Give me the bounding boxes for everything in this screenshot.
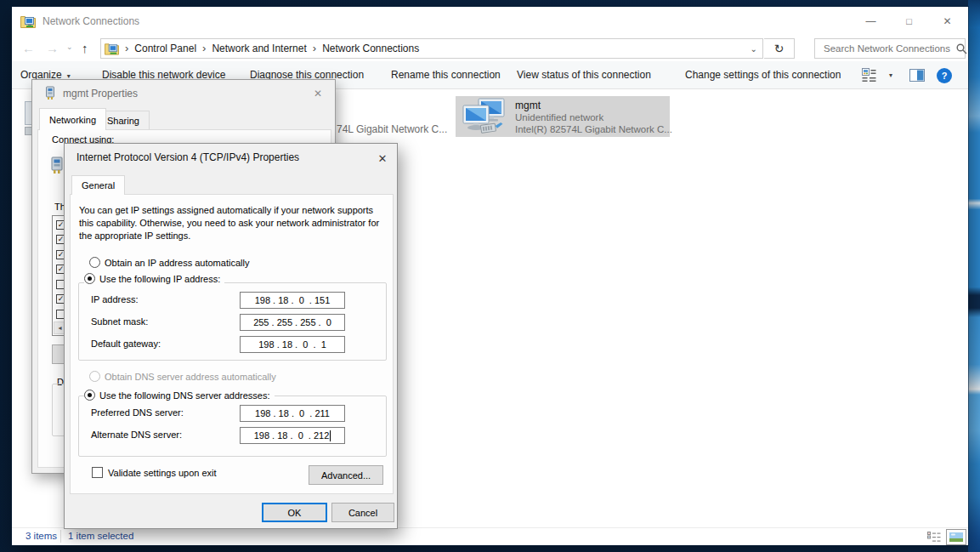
connection-item-mgmt[interactable]: mgmt Unidentified network Intel(R) 82574… [456,96,670,137]
use-ip-option[interactable]: Use the following IP address: [84,273,224,284]
ipv4-properties-dialog: Internet Protocol Version 4 (TCP/IPv4) P… [64,143,398,529]
breadcrumb-network-connections[interactable]: Network Connections [322,43,419,54]
occluded-connection-item[interactable]: 74L Gigabit Network C... [337,123,447,135]
ok-button[interactable]: OK [262,503,327,522]
network-adapter-icon [461,98,507,135]
default-gateway-label: Default gateway: [91,339,161,349]
preview-pane-icon[interactable] [909,69,925,82]
view-dropdown-icon[interactable]: ▾ [889,61,892,89]
preferred-dns-field[interactable]: 198 . 18 . 0 . 211 [240,405,345,422]
window-titlebar[interactable]: Network Connections — □ ✕ [12,7,968,36]
chevron-right-icon: › [313,39,316,58]
scroll-left-icon: ◂ [58,324,61,332]
tab-networking[interactable]: Networking [39,108,106,130]
subnet-mask-field[interactable]: 255 . 255 . 255 . 0 [240,314,345,331]
obtain-dns-label: Obtain DNS server address automatically [105,372,276,382]
navigation-bar: ← → ⌄ ↑ › Control Panel › Network and In… [12,36,968,61]
connection-status: Unidentified network [515,112,603,122]
desktop-wallpaper [968,0,980,552]
use-ip-label: Use the following IP address: [99,274,220,284]
cancel-button[interactable]: Cancel [331,503,394,522]
alternate-dns-label: Alternate DNS server: [91,430,182,440]
subnet-mask-label: Subnet mask: [91,316,148,327]
thumbnail-image [949,532,963,542]
chevron-right-icon: › [125,39,128,58]
tab-general[interactable]: General [71,175,125,195]
view-status-button[interactable]: View status of this connection [517,61,651,89]
close-icon[interactable]: ✕ [372,150,393,167]
history-chevron-icon[interactable]: ⌄ [66,43,73,51]
validate-label[interactable]: Validate settings upon exit [108,468,217,478]
connection-device: Intel(R) 82574L Gigabit Network C... [515,124,672,134]
default-gateway-field[interactable]: 198 . 18 . 0 . 1 [240,336,345,353]
address-dropdown-icon[interactable]: ⌄ [751,44,757,54]
breadcrumb-control-panel[interactable]: Control Panel [134,43,196,54]
adapter-card-icon [44,86,56,100]
search-icon[interactable] [956,43,967,54]
status-bar: 3 items 1 item selected [12,527,968,545]
large-icons-view-icon[interactable] [946,529,966,545]
chevron-right-icon: › [202,39,206,58]
search-box[interactable] [814,38,966,59]
minimize-button[interactable]: — [852,7,890,36]
window-title: Network Connections [42,15,139,27]
validate-checkbox[interactable] [92,467,103,478]
up-icon[interactable]: ↑ [82,40,88,57]
use-ip-radio[interactable] [84,273,95,284]
obtain-ip-label[interactable]: Obtain an IP address automatically [105,258,249,268]
address-bar[interactable]: › Control Panel › Network and Internet ›… [100,38,763,59]
caption-buttons: — □ ✕ [852,7,966,36]
adapter-card-icon [48,156,65,174]
dialog-title: Internet Protocol Version 4 (TCP/IPv4) P… [76,151,299,163]
rename-connection-button[interactable]: Rename this connection [391,61,501,89]
selected-count: 1 item selected [68,531,133,541]
text-caret [330,430,331,441]
intro-text: You can get IP settings assigned automat… [79,204,387,242]
help-icon: ? [942,71,948,81]
obtain-ip-radio[interactable] [89,257,100,268]
search-input[interactable] [822,43,956,54]
close-button[interactable]: ✕ [928,7,966,36]
ip-address-field[interactable]: 198 . 18 . 0 . 151 [240,292,345,309]
breadcrumb-network-and-internet[interactable]: Network and Internet [212,43,306,54]
back-icon[interactable]: ← [22,40,35,57]
status-separator [60,530,61,543]
forward-icon[interactable]: → [46,40,59,57]
change-view-icon[interactable] [862,68,876,83]
use-dns-option[interactable]: Use the following DNS server addresses: [84,390,275,401]
change-settings-button[interactable]: Change settings of this connection [685,61,841,89]
alternate-dns-field[interactable]: 198 . 18 . 0 . 212 [240,427,345,444]
refresh-button[interactable]: ↻ [764,38,795,59]
preferred-dns-label: Preferred DNS server: [91,407,184,418]
items-count: 3 items [25,531,57,541]
network-folder-icon [20,14,36,28]
general-tab-page: You can get IP settings assigned automat… [70,194,394,494]
refresh-icon: ↻ [774,42,785,55]
ip-address-label: IP address: [91,294,138,304]
close-icon[interactable]: ✕ [308,85,328,102]
use-dns-radio[interactable] [84,390,95,401]
obtain-dns-radio [89,371,100,382]
maximize-button[interactable]: □ [890,7,928,36]
connection-name: mgmt [515,100,541,111]
dialog-title: mgmt Properties [63,88,138,100]
help-button[interactable]: ? [937,68,952,83]
use-dns-label: Use the following DNS server addresses: [99,390,270,401]
address-location-icon [105,42,119,55]
advanced-button[interactable]: Advanced... [309,465,383,485]
details-view-icon[interactable] [927,532,941,543]
